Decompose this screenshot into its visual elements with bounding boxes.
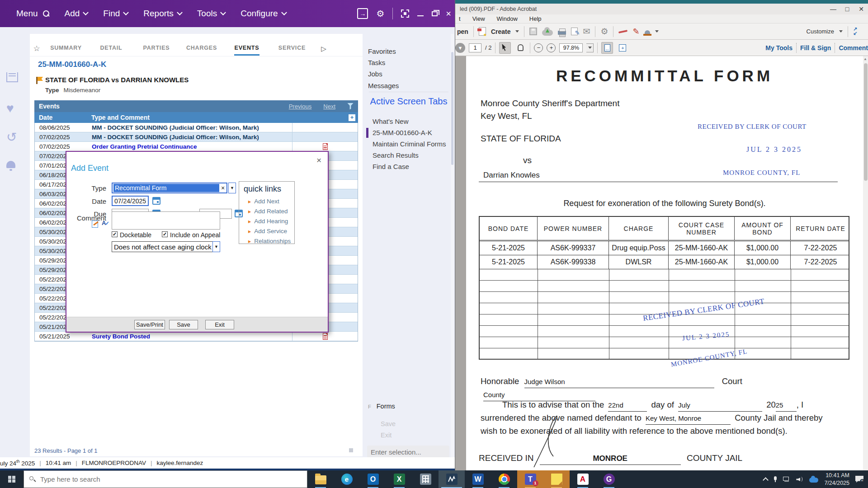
- sidebar-item-messages[interactable]: Messages: [368, 82, 399, 89]
- vertical-scrollbar[interactable]: [863, 56, 868, 470]
- print-icon[interactable]: [558, 31, 566, 35]
- quick-link[interactable]: Relationships: [248, 238, 299, 244]
- screen-tab[interactable]: Maintain Criminal Forms: [366, 139, 451, 150]
- column-type[interactable]: Type and Comment: [91, 114, 330, 121]
- case-number[interactable]: 25-MM-001660-A-K: [38, 60, 106, 69]
- taskbar-icon-file-explorer[interactable]: [307, 470, 334, 488]
- acrobat-menu-item[interactable]: Help: [529, 15, 542, 22]
- menu-item-reports[interactable]: Reports: [143, 9, 182, 19]
- tab-comment[interactable]: Comment: [839, 44, 868, 52]
- tray-clock[interactable]: 10:41 AM7/24/2025: [824, 472, 849, 487]
- heart-icon[interactable]: ♥: [6, 102, 14, 115]
- close-icon[interactable]: ×: [446, 9, 451, 18]
- screen-tab[interactable]: Find a Case: [366, 161, 451, 172]
- gear-icon[interactable]: ⚙: [376, 9, 384, 18]
- event-description[interactable]: MM - DOCKET SOUNDING (Judicial Officer: …: [92, 124, 292, 131]
- spellcheck-icon[interactable]: A: [102, 220, 109, 226]
- save-print-button[interactable]: Save/Print: [134, 320, 165, 329]
- event-description[interactable]: MM - DOCKET SOUNDING (Judicial Officer: …: [92, 134, 292, 141]
- case-tab[interactable]: SUMMARY: [43, 41, 89, 56]
- taskbar-icon-sticky-notes[interactable]: [543, 470, 570, 488]
- taskbar-icon-word[interactable]: W: [465, 470, 491, 488]
- next-page-icon[interactable]: ▼: [455, 43, 465, 53]
- clear-icon[interactable]: ×: [219, 184, 226, 192]
- exit-button[interactable]: Exit: [205, 320, 234, 329]
- case-tab[interactable]: DETAIL: [89, 41, 134, 56]
- menu-item-add[interactable]: Add: [65, 9, 88, 19]
- page-number-input[interactable]: 1: [469, 43, 481, 52]
- tabs-overflow-icon[interactable]: ▷: [315, 45, 333, 53]
- case-tab[interactable]: PARTIES: [134, 41, 179, 56]
- quick-link[interactable]: Add Hearing: [248, 218, 299, 225]
- volume-icon[interactable]: [796, 476, 803, 482]
- onedrive-icon[interactable]: [809, 478, 818, 483]
- table-row[interactable]: 05/21/2025 Surety Bond Posted: [35, 332, 358, 341]
- table-row[interactable]: 07/02/2025 Order Granting Pretrial Conti…: [35, 142, 358, 151]
- previous-link[interactable]: Previous: [289, 103, 312, 110]
- sidebar-item-tasks[interactable]: Tasks: [368, 59, 385, 66]
- taskbar-icon-goto[interactable]: G: [596, 470, 622, 488]
- history-icon[interactable]: ↺: [6, 131, 17, 144]
- comment-textarea[interactable]: [112, 211, 220, 230]
- taskbar-icon-teams[interactable]: T 1: [517, 470, 543, 488]
- taskbar-icon-outlook[interactable]: O: [360, 470, 386, 488]
- calendar-icon[interactable]: [152, 197, 160, 205]
- quick-link[interactable]: Add Service: [248, 228, 299, 235]
- type-combobox[interactable]: Recommittal Form ×: [112, 183, 227, 193]
- date-field[interactable]: 07/24/2025: [112, 196, 149, 206]
- chevron-down-icon[interactable]: [839, 30, 843, 33]
- screen-tab[interactable]: 25-MM-001660-A-K: [366, 127, 451, 138]
- fullscreen-icon[interactable]: ↗↙: [853, 27, 862, 36]
- fit-page-icon[interactable]: +: [617, 42, 628, 54]
- maximize-icon[interactable]: □: [840, 4, 854, 14]
- screen-tab[interactable]: Search Results: [366, 150, 451, 161]
- event-description[interactable]: Surety Bond Posted: [92, 333, 292, 340]
- open-button-partial[interactable]: pen: [457, 28, 468, 35]
- cloud-upload-icon[interactable]: [542, 30, 553, 36]
- event-description[interactable]: Order Granting Pretrial Continuance: [92, 143, 292, 150]
- screen-tab[interactable]: What's New: [366, 116, 451, 127]
- tray-expand-icon[interactable]: [763, 477, 769, 483]
- table-row[interactable]: 08/06/2025 MM - DOCKET SOUNDING (Judicia…: [35, 123, 358, 132]
- network-icon[interactable]: [783, 477, 790, 482]
- zoom-dropdown-icon[interactable]: [586, 43, 594, 52]
- add-event-button[interactable]: +: [349, 114, 355, 121]
- appeal-checkbox[interactable]: ✓: [162, 231, 168, 237]
- tab-my-tools[interactable]: My Tools: [765, 44, 793, 52]
- tab-fill-sign[interactable]: Fill & Sign: [800, 44, 831, 52]
- case-tab[interactable]: EVENTS: [224, 41, 269, 56]
- sidebar-item-jobs[interactable]: Jobs: [368, 70, 382, 78]
- select-tool-icon[interactable]: [499, 42, 511, 54]
- case-tab[interactable]: SERVICE: [269, 41, 315, 56]
- customize-button[interactable]: Customize: [807, 28, 834, 35]
- taskbar-icon-excel[interactable]: X: [386, 470, 412, 488]
- red-pen-icon[interactable]: ✎: [632, 28, 639, 36]
- star-icon[interactable]: ☆: [30, 44, 43, 53]
- highlight-line-icon[interactable]: [618, 29, 627, 33]
- tray-icon[interactable]: [6, 72, 18, 82]
- create-icon[interactable]: [479, 27, 486, 36]
- sidebar-item-favorites[interactable]: Favorites: [368, 47, 396, 55]
- acrobat-titlebar[interactable]: led (009).PDF - Adobe Acrobat: [455, 4, 868, 14]
- minimize-icon[interactable]: [417, 15, 424, 16]
- gear-icon[interactable]: ⚙: [600, 27, 608, 36]
- type-dropdown-button[interactable]: ▼: [228, 183, 236, 193]
- taskbar-search[interactable]: [24, 470, 307, 488]
- search-icon[interactable]: [43, 10, 49, 17]
- aging-dropdown-button[interactable]: ▼: [212, 241, 220, 252]
- chevron-down-icon[interactable]: [515, 30, 519, 33]
- menu-item-configure[interactable]: Configure: [241, 9, 286, 19]
- docketable-checkbox[interactable]: ✓: [112, 231, 118, 237]
- zoom-in-icon[interactable]: +: [547, 43, 556, 52]
- chevron-down-icon[interactable]: [655, 30, 659, 33]
- scroll-thumb[interactable]: [349, 448, 353, 452]
- save-button[interactable]: Save: [169, 320, 198, 329]
- taskbar-icon-calculator[interactable]: [412, 470, 439, 488]
- column-date[interactable]: Date: [34, 114, 91, 121]
- case-tab[interactable]: CHARGES: [179, 41, 224, 56]
- zoom-out-icon[interactable]: −: [534, 43, 543, 52]
- pdf-page[interactable]: RECOMMITTAL FORM Monroe County Sheriff's…: [466, 56, 863, 470]
- zoom-level-input[interactable]: 97.8%: [559, 43, 583, 52]
- microphone-icon[interactable]: [774, 476, 777, 483]
- restore-icon[interactable]: [432, 11, 438, 16]
